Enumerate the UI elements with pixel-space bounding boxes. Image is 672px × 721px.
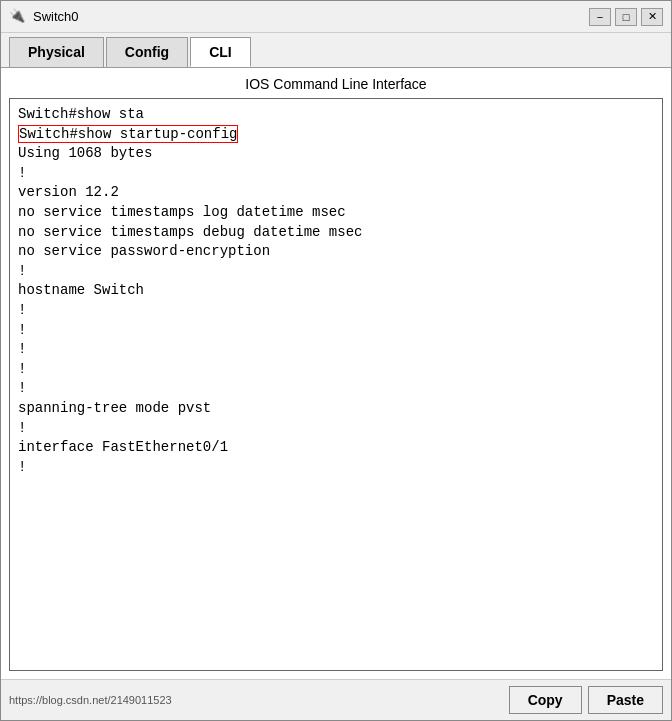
window-title: Switch0 [33, 9, 79, 24]
terminal-output[interactable]: Switch#show sta Switch#show startup-conf… [10, 99, 662, 670]
content-title: IOS Command Line Interface [9, 76, 663, 92]
title-bar: 🔌 Switch0 − □ ✕ [1, 1, 671, 33]
maximize-button[interactable]: □ [615, 8, 637, 26]
paste-button[interactable]: Paste [588, 686, 663, 714]
close-button[interactable]: ✕ [641, 8, 663, 26]
minimize-button[interactable]: − [589, 8, 611, 26]
app-icon: 🔌 [9, 8, 27, 26]
tab-config[interactable]: Config [106, 37, 188, 67]
tab-physical[interactable]: Physical [9, 37, 104, 67]
window-controls: − □ ✕ [589, 8, 663, 26]
terminal-wrapper: Switch#show sta Switch#show startup-conf… [9, 98, 663, 671]
copy-button[interactable]: Copy [509, 686, 582, 714]
tab-bar: Physical Config CLI [1, 33, 671, 67]
title-bar-left: 🔌 Switch0 [9, 8, 79, 26]
content-area: IOS Command Line Interface Switch#show s… [1, 67, 671, 679]
bottom-bar: https://blog.csdn.net/2149011523 Copy Pa… [1, 679, 671, 720]
url-label: https://blog.csdn.net/2149011523 [9, 694, 172, 706]
main-window: 🔌 Switch0 − □ ✕ Physical Config CLI IOS … [0, 0, 672, 721]
tab-cli[interactable]: CLI [190, 37, 251, 67]
action-buttons: Copy Paste [509, 686, 663, 714]
